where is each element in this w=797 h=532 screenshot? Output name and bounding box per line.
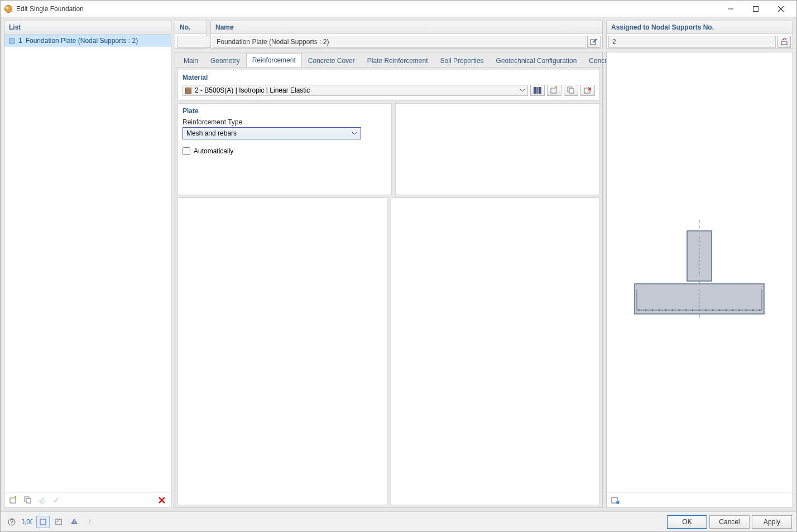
view-nav-button[interactable] — [52, 516, 65, 528]
tab-geometry[interactable]: Geometry — [204, 54, 246, 67]
cancel-button[interactable]: Cancel — [709, 515, 750, 529]
assigned-pick-button[interactable] — [777, 36, 791, 48]
svg-rect-12 — [569, 89, 574, 93]
svg-point-33 — [726, 309, 727, 311]
apply-button[interactable]: Apply — [752, 515, 792, 529]
list-toolbar — [4, 492, 171, 507]
svg-point-34 — [732, 309, 734, 311]
tab-strip: Main Geometry Reinforcement Concrete Cov… — [175, 52, 602, 67]
copy-item-button[interactable] — [21, 494, 35, 506]
name-panel: Name — [210, 21, 603, 49]
maximize-button[interactable] — [743, 1, 768, 17]
svg-rect-2 — [753, 6, 758, 11]
svg-point-32 — [719, 309, 721, 311]
help-button[interactable]: ? — [5, 516, 18, 528]
svg-point-36 — [746, 309, 747, 311]
chevron-down-icon — [520, 89, 525, 92]
svg-point-35 — [739, 309, 741, 311]
material-swatch-icon — [185, 88, 191, 94]
svg-point-37 — [752, 309, 754, 311]
svg-rect-8 — [536, 87, 539, 94]
empty-group-bottom-right — [391, 197, 601, 505]
tab-geotechnical-config[interactable]: Geotechnical Configuration — [490, 54, 583, 67]
material-combo[interactable]: 2 - B500S(A) | Isotropic | Linear Elasti… — [183, 85, 528, 96]
plate-group: Plate Reinforcement Type Mesh and rebars… — [177, 103, 392, 195]
units-button[interactable]: 0,00 — [21, 516, 34, 528]
svg-point-41 — [616, 501, 620, 504]
assigned-header: Assigned to Nodal Supports No. — [607, 21, 793, 34]
tab-container: Main Geometry Reinforcement Concrete Cov… — [175, 52, 603, 508]
svg-text:?: ? — [10, 518, 14, 526]
material-new-button[interactable] — [547, 85, 561, 96]
automatically-label: Automatically — [194, 147, 233, 155]
svg-rect-10 — [551, 88, 556, 93]
svg-point-22 — [652, 309, 654, 311]
svg-text:0,00: 0,00 — [22, 518, 32, 526]
tab-main[interactable]: Main — [177, 54, 204, 67]
chevron-down-icon — [352, 132, 357, 135]
view-supports-button[interactable] — [68, 516, 81, 528]
name-input[interactable] — [213, 36, 585, 48]
svg-rect-5 — [26, 499, 31, 503]
window-title: Edit Single Foundation — [16, 5, 718, 13]
new-item-button[interactable] — [7, 494, 20, 506]
list-header: List — [4, 21, 171, 35]
name-header: Name — [211, 21, 602, 34]
material-group: Material 2 - B500S(A) | Isotropic | Line… — [177, 70, 600, 101]
minimize-button[interactable] — [718, 1, 743, 17]
list-body: 1 Foundation Plate (Nodal Supports : 2) — [4, 35, 171, 492]
reinforcement-type-label: Reinforcement Type — [183, 118, 387, 126]
tab-reinforcement[interactable]: Reinforcement — [246, 53, 302, 67]
svg-point-30 — [705, 309, 707, 311]
preview-area[interactable] — [607, 52, 793, 492]
list-item-label: Foundation Plate (Nodal Supports : 2) — [26, 37, 138, 45]
footer: ? 0,00 f OK Cancel Apply — [1, 511, 796, 531]
svg-point-1 — [6, 7, 8, 9]
list-panel: List 1 Foundation Plate (Nodal Supports … — [4, 21, 171, 508]
svg-rect-3 — [10, 498, 16, 503]
material-library-button[interactable] — [530, 85, 545, 96]
material-delete-button[interactable] — [580, 85, 595, 96]
svg-text:f: f — [89, 518, 92, 526]
plate-title: Plate — [183, 107, 387, 115]
assigned-panel: Assigned to Nodal Supports No. — [606, 21, 793, 49]
svg-rect-45 — [40, 519, 46, 525]
preview-panel — [606, 52, 793, 508]
svg-point-26 — [679, 309, 680, 311]
view-square-button[interactable] — [36, 516, 50, 528]
svg-point-27 — [685, 309, 687, 311]
svg-rect-46 — [56, 519, 61, 525]
svg-point-38 — [759, 309, 761, 311]
tab-concrete-cover[interactable]: Concrete Cover — [302, 54, 361, 67]
tab-plate-reinforcement[interactable]: Plate Reinforcement — [361, 54, 434, 67]
tab-soil-properties[interactable]: Soil Properties — [434, 54, 490, 67]
svg-point-20 — [638, 309, 640, 311]
preview-options-button[interactable] — [609, 494, 622, 506]
material-copy-button[interactable] — [564, 85, 578, 96]
svg-rect-14 — [781, 41, 787, 45]
material-value: 2 - B500S(A) | Isotropic | Linear Elasti… — [195, 86, 310, 94]
titlebar: Edit Single Foundation — [1, 1, 796, 17]
svg-point-29 — [699, 309, 700, 311]
svg-point-23 — [659, 309, 660, 311]
app-icon — [4, 4, 13, 13]
list-item[interactable]: 1 Foundation Plate (Nodal Supports : 2) — [4, 35, 171, 47]
list-item-icon — [9, 38, 15, 44]
svg-rect-9 — [539, 87, 541, 94]
reinforcement-type-value: Mesh and rebars — [186, 129, 237, 137]
delete-item-button[interactable] — [155, 494, 169, 506]
svg-point-25 — [672, 309, 674, 311]
close-button[interactable] — [768, 1, 793, 17]
svg-point-21 — [645, 309, 647, 311]
svg-rect-7 — [534, 87, 536, 94]
material-title: Material — [183, 74, 595, 81]
empty-group-top-right — [395, 103, 601, 195]
uncheck-all-button — [50, 494, 64, 506]
reinforcement-type-select[interactable]: Mesh and rebars — [183, 127, 361, 139]
name-edit-button[interactable] — [587, 36, 601, 48]
empty-group-bottom-left — [177, 197, 387, 505]
assigned-input[interactable] — [608, 36, 776, 48]
svg-point-24 — [665, 309, 667, 311]
automatically-checkbox[interactable] — [183, 147, 190, 155]
ok-button[interactable]: OK — [667, 515, 707, 529]
